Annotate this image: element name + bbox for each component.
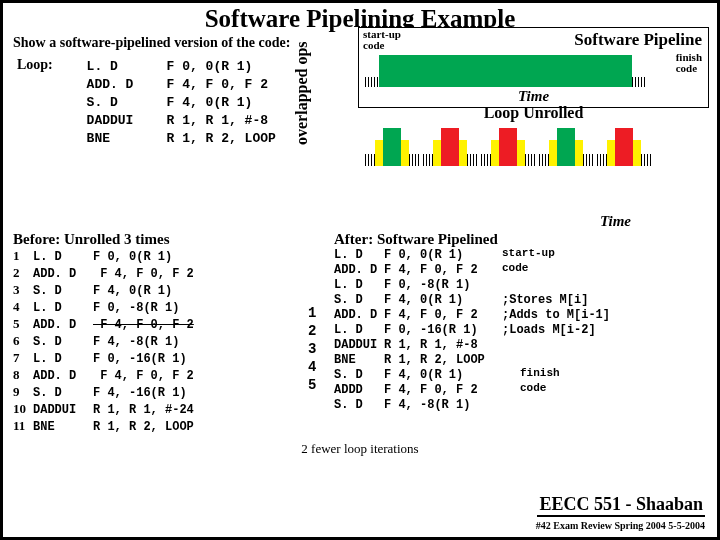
after-code: L. DF 0, 0(R 1)start-upADD. DF 4, F 0, F… — [334, 248, 707, 413]
pipeline-chart — [363, 53, 704, 87]
left-column: Show a software-pipelined version of the… — [13, 35, 333, 147]
right-column: overlapped ops start-up code Software Pi… — [333, 35, 707, 193]
unrolled-chart — [365, 126, 702, 166]
pipeline-charts: start-up code Software Pipeline finish c… — [358, 27, 709, 108]
loop-code: Loop: L. DF 0, 0(R 1)ADD. DF 4, F 0, F 2… — [17, 57, 333, 147]
footnote: 2 fewer loop iterations — [13, 441, 707, 457]
time-label-1: Time — [518, 88, 549, 105]
after-column: Time After: Software Pipelined L. DF 0, … — [334, 231, 707, 435]
footer-course: EECC 551 - Shaaban — [537, 494, 705, 517]
footer-meta: #42 Exam Review Spring 2004 5-5-2004 — [536, 520, 705, 531]
before-column: Before: Unrolled 3 times 1L. DF 0, 0(R 1… — [13, 231, 308, 435]
loop-unrolled-label: Loop Unrolled — [484, 104, 584, 122]
startup-code-label: start-up code — [363, 29, 401, 51]
slide: Software Pipelining Example Show a softw… — [0, 0, 720, 540]
before-code: 1L. DF 0, 0(R 1)2ADD. D F 4, F 0, F 23S.… — [13, 248, 308, 435]
time-label-2: Time — [600, 213, 631, 230]
after-header: After: Software Pipelined — [334, 231, 707, 248]
arrow-column: 12345 — [308, 231, 334, 435]
loop-label: Loop: — [17, 57, 77, 73]
software-pipeline-label: Software Pipeline — [574, 30, 702, 50]
before-header: Before: Unrolled 3 times — [13, 231, 308, 248]
prompt-text: Show a software-pipelined version of the… — [13, 35, 333, 51]
y-axis-label: overlapped ops — [293, 41, 311, 145]
